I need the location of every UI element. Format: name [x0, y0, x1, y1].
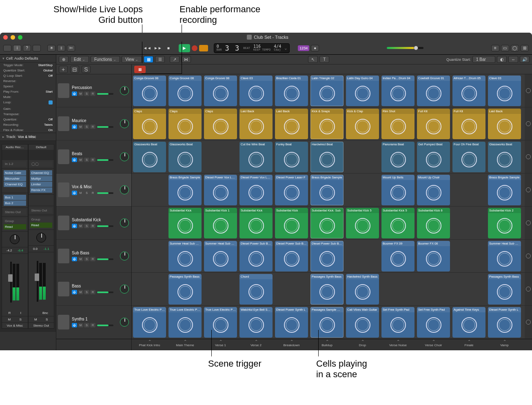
- row-trigger[interactable]: [525, 74, 532, 107]
- cell[interactable]: Full Kit: [417, 109, 450, 139]
- browser-button[interactable]: ⊞: [521, 45, 529, 51]
- loops-button[interactable]: ◯: [511, 45, 519, 51]
- add-track-button[interactable]: +: [59, 66, 68, 73]
- stop-button[interactable]: ■: [165, 45, 172, 51]
- minimize-window[interactable]: [11, 35, 15, 40]
- functions-menu[interactable]: Functions: [91, 56, 120, 63]
- forward-button[interactable]: ►►: [155, 45, 161, 51]
- cell[interactable]: Summer Heat Sub Bass: [204, 241, 237, 271]
- scene-trigger[interactable]: Vamp: [487, 339, 522, 350]
- scene-trigger[interactable]: Drop: [345, 339, 380, 350]
- track-header[interactable]: Maurice ⏻ M S R: [56, 107, 131, 140]
- row-trigger[interactable]: [525, 140, 532, 174]
- empty-cell[interactable]: [452, 274, 485, 305]
- insert-slot[interactable]: Noise Gate: [4, 170, 26, 176]
- mute-button[interactable]: M: [78, 125, 83, 129]
- row-trigger[interactable]: [525, 240, 532, 273]
- empty-cell[interactable]: [133, 175, 166, 205]
- mute-button[interactable]: M: [78, 290, 83, 294]
- cell[interactable]: Laid Back: [239, 109, 273, 139]
- zoom-window[interactable]: [18, 35, 22, 40]
- cell[interactable]: True Love Electric Piano: [133, 307, 166, 338]
- solo-button[interactable]: S: [84, 125, 89, 129]
- power-button[interactable]: ⏻: [72, 191, 77, 195]
- empty-cell[interactable]: [204, 274, 237, 305]
- cell[interactable]: Hardwired Synth Bass: [346, 274, 379, 305]
- cell[interactable]: Kick & Snaps: [310, 109, 344, 139]
- track-header[interactable]: Sub Bass ⏻ M S R: [56, 240, 131, 273]
- row-trigger[interactable]: [525, 306, 532, 339]
- record-enable-button[interactable]: R: [90, 125, 95, 129]
- cell[interactable]: Glassworks Beat: [168, 142, 202, 172]
- cell[interactable]: Brass Brigade Sample: [488, 175, 521, 205]
- live-loops-grid-button[interactable]: ▦: [144, 56, 153, 63]
- insert-slot[interactable]: Channel EQ: [30, 170, 53, 176]
- inspector-param[interactable]: Reverse:: [0, 78, 56, 84]
- power-button[interactable]: ⏻: [72, 91, 77, 96]
- scene-trigger[interactable]: Finale: [451, 339, 487, 350]
- automation-slot[interactable]: Read: [4, 224, 26, 229]
- metronome-icon[interactable]: ◐: [497, 56, 507, 63]
- empty-cell[interactable]: [133, 274, 166, 305]
- edit-menu[interactable]: Edit: [70, 56, 89, 63]
- notes-button[interactable]: ▭: [501, 45, 509, 51]
- cell[interactable]: Laid Back: [488, 109, 521, 139]
- cell[interactable]: Passages Synth Bass: [310, 274, 344, 305]
- cycle-button[interactable]: [199, 45, 208, 51]
- record-enable-button[interactable]: R: [90, 290, 95, 294]
- empty-cell[interactable]: [417, 274, 450, 305]
- cell[interactable]: Substantial Kick 2: [488, 208, 521, 238]
- send-slot[interactable]: Bus 2: [4, 200, 26, 206]
- cell[interactable]: Mount Up Bells: [381, 175, 415, 205]
- solo-button[interactable]: S: [84, 158, 89, 162]
- fader[interactable]: [37, 261, 38, 302]
- track-knob[interactable]: [120, 318, 129, 327]
- scene-trigger[interactable]: Breakdown: [274, 339, 309, 350]
- track-knob[interactable]: [120, 86, 129, 95]
- close-window[interactable]: [3, 35, 8, 40]
- scene-trigger[interactable]: Verse 1: [203, 339, 238, 350]
- track-knob[interactable]: [120, 218, 129, 227]
- scene-trigger[interactable]: Verse Choir: [416, 339, 451, 350]
- empty-cell[interactable]: [452, 208, 485, 238]
- cell[interactable]: African T…Drum 05: [452, 76, 485, 106]
- power-button[interactable]: ⏻: [72, 290, 77, 294]
- track-volume[interactable]: [97, 192, 113, 194]
- empty-cell[interactable]: [346, 241, 379, 271]
- cell[interactable]: Diesel Power Vox Lead: [239, 175, 273, 205]
- cell[interactable]: Set Free Synth Pad: [417, 307, 450, 338]
- master-volume[interactable]: [387, 47, 423, 49]
- track-volume[interactable]: [97, 225, 113, 227]
- tracks-view-button[interactable]: ☰: [155, 56, 165, 63]
- list-editors-button[interactable]: ≡: [491, 45, 499, 51]
- empty-cell[interactable]: [133, 241, 166, 271]
- cell[interactable]: Watchful Eye Bell Synth: [239, 307, 273, 338]
- cell[interactable]: Brazilian Caxia 01: [275, 76, 308, 106]
- cell[interactable]: Latin Triangle 02: [310, 76, 344, 106]
- inspector-param[interactable]: Quantize:Off: [0, 117, 56, 122]
- cell[interactable]: Indian Pa…Drum 04: [381, 76, 415, 106]
- mixer-button[interactable]: ⫴: [57, 45, 65, 51]
- cell[interactable]: Set Free Synth Pad: [381, 307, 415, 338]
- cell[interactable]: Claps: [133, 109, 166, 139]
- cell[interactable]: Cut the Wire Beat: [239, 142, 273, 172]
- cell[interactable]: Substantial Kick: Sub: [310, 208, 344, 238]
- cell[interactable]: Substantial Kick 6: [417, 208, 450, 238]
- power-button[interactable]: ⏻: [72, 257, 77, 261]
- output-slot[interactable]: Stereo Out: [4, 209, 26, 215]
- track-knob[interactable]: [120, 251, 129, 260]
- track-header[interactable]: Percussion ⏻ M S R: [56, 74, 131, 107]
- scissors-icon[interactable]: ✄: [67, 45, 75, 51]
- inspector-button[interactable]: i: [13, 45, 21, 51]
- cell[interactable]: Mount Up Choir: [417, 175, 450, 205]
- inspector-param[interactable]: Gain:: [0, 106, 56, 111]
- cell[interactable]: Claps: [168, 109, 202, 139]
- track-config-button[interactable]: ⊕: [59, 56, 69, 63]
- output-slot[interactable]: Stereo Out: [30, 208, 53, 213]
- cell[interactable]: Clave 03: [239, 76, 273, 106]
- master-button[interactable]: ●: [311, 45, 319, 51]
- power-button[interactable]: ⏻: [72, 224, 77, 228]
- solo-button[interactable]: S: [84, 257, 89, 261]
- text-tool[interactable]: T: [319, 56, 329, 63]
- cell[interactable]: Substantial Kick: [168, 208, 202, 238]
